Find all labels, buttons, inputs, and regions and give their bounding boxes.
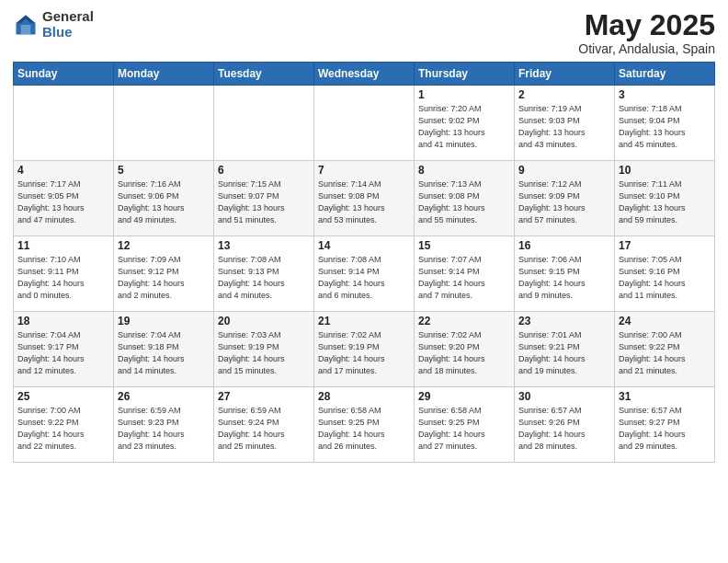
calendar-cell: 2Sunrise: 7:19 AM Sunset: 9:03 PM Daylig… — [515, 86, 615, 161]
day-number: 30 — [518, 390, 610, 403]
day-info: Sunrise: 7:20 AM Sunset: 9:02 PM Dayligh… — [418, 103, 510, 151]
logo-blue: Blue — [42, 25, 94, 40]
day-info: Sunrise: 7:10 AM Sunset: 9:11 PM Dayligh… — [17, 254, 109, 302]
day-info: Sunrise: 6:58 AM Sunset: 9:25 PM Dayligh… — [318, 405, 410, 453]
day-info: Sunrise: 7:04 AM Sunset: 9:17 PM Dayligh… — [17, 329, 109, 377]
day-info: Sunrise: 7:15 AM Sunset: 9:07 PM Dayligh… — [218, 178, 310, 226]
logo-icon — [13, 12, 39, 38]
day-info: Sunrise: 6:59 AM Sunset: 9:24 PM Dayligh… — [218, 405, 310, 453]
svg-rect-2 — [21, 25, 31, 35]
day-info: Sunrise: 7:19 AM Sunset: 9:03 PM Dayligh… — [518, 103, 610, 151]
day-number: 7 — [318, 164, 410, 177]
calendar-cell: 27Sunrise: 6:59 AM Sunset: 9:24 PM Dayli… — [214, 387, 314, 463]
day-info: Sunrise: 7:01 AM Sunset: 9:21 PM Dayligh… — [518, 329, 610, 377]
calendar-week-4: 18Sunrise: 7:04 AM Sunset: 9:17 PM Dayli… — [14, 312, 715, 387]
logo: General Blue — [13, 9, 94, 40]
day-info: Sunrise: 7:14 AM Sunset: 9:08 PM Dayligh… — [318, 178, 410, 226]
col-saturday: Saturday — [615, 63, 715, 86]
calendar-cell: 18Sunrise: 7:04 AM Sunset: 9:17 PM Dayli… — [14, 312, 114, 387]
calendar-cell: 15Sunrise: 7:07 AM Sunset: 9:14 PM Dayli… — [415, 236, 515, 312]
day-info: Sunrise: 6:58 AM Sunset: 9:25 PM Dayligh… — [418, 405, 510, 453]
calendar-cell: 12Sunrise: 7:09 AM Sunset: 9:12 PM Dayli… — [114, 236, 214, 312]
day-number: 28 — [318, 390, 410, 403]
day-number: 19 — [118, 315, 210, 327]
day-info: Sunrise: 7:08 AM Sunset: 9:14 PM Dayligh… — [318, 254, 410, 302]
calendar-week-2: 4Sunrise: 7:17 AM Sunset: 9:05 PM Daylig… — [14, 161, 715, 236]
calendar-cell: 9Sunrise: 7:12 AM Sunset: 9:09 PM Daylig… — [515, 161, 615, 236]
day-info: Sunrise: 7:00 AM Sunset: 9:22 PM Dayligh… — [619, 329, 711, 377]
day-number: 14 — [318, 239, 410, 252]
day-info: Sunrise: 7:16 AM Sunset: 9:06 PM Dayligh… — [118, 178, 210, 226]
col-wednesday: Wednesday — [314, 63, 415, 86]
day-info: Sunrise: 6:57 AM Sunset: 9:26 PM Dayligh… — [518, 405, 610, 453]
day-number: 12 — [118, 239, 210, 252]
day-number: 18 — [17, 315, 109, 327]
day-info: Sunrise: 7:05 AM Sunset: 9:16 PM Dayligh… — [619, 254, 711, 302]
calendar-cell: 26Sunrise: 6:59 AM Sunset: 9:23 PM Dayli… — [114, 387, 214, 463]
day-number: 27 — [218, 390, 310, 403]
calendar-cell: 30Sunrise: 6:57 AM Sunset: 9:26 PM Dayli… — [515, 387, 615, 463]
logo-text: General Blue — [42, 9, 94, 40]
calendar-cell: 10Sunrise: 7:11 AM Sunset: 9:10 PM Dayli… — [615, 161, 715, 236]
calendar-cell: 28Sunrise: 6:58 AM Sunset: 9:25 PM Dayli… — [314, 387, 415, 463]
day-number: 17 — [619, 239, 711, 252]
calendar-cell: 14Sunrise: 7:08 AM Sunset: 9:14 PM Dayli… — [314, 236, 415, 312]
calendar-week-3: 11Sunrise: 7:10 AM Sunset: 9:11 PM Dayli… — [14, 236, 715, 312]
header: General Blue May 2025 Otivar, Andalusia,… — [13, 9, 715, 56]
calendar-cell: 23Sunrise: 7:01 AM Sunset: 9:21 PM Dayli… — [515, 312, 615, 387]
logo-general: General — [42, 9, 94, 25]
day-info: Sunrise: 7:00 AM Sunset: 9:22 PM Dayligh… — [17, 405, 109, 453]
day-number: 5 — [118, 164, 210, 177]
calendar-cell: 24Sunrise: 7:00 AM Sunset: 9:22 PM Dayli… — [615, 312, 715, 387]
day-info: Sunrise: 7:03 AM Sunset: 9:19 PM Dayligh… — [218, 329, 310, 377]
day-number: 4 — [17, 164, 109, 177]
calendar-cell: 5Sunrise: 7:16 AM Sunset: 9:06 PM Daylig… — [114, 161, 214, 236]
calendar-week-1: 1Sunrise: 7:20 AM Sunset: 9:02 PM Daylig… — [14, 86, 715, 161]
calendar-cell: 16Sunrise: 7:06 AM Sunset: 9:15 PM Dayli… — [515, 236, 615, 312]
day-number: 15 — [418, 239, 510, 252]
day-info: Sunrise: 7:02 AM Sunset: 9:20 PM Dayligh… — [418, 329, 510, 377]
calendar-cell: 13Sunrise: 7:08 AM Sunset: 9:13 PM Dayli… — [214, 236, 314, 312]
calendar-cell: 19Sunrise: 7:04 AM Sunset: 9:18 PM Dayli… — [114, 312, 214, 387]
day-info: Sunrise: 7:12 AM Sunset: 9:09 PM Dayligh… — [518, 178, 610, 226]
day-info: Sunrise: 7:02 AM Sunset: 9:19 PM Dayligh… — [318, 329, 410, 377]
day-info: Sunrise: 7:13 AM Sunset: 9:08 PM Dayligh… — [418, 178, 510, 226]
day-number: 21 — [318, 315, 410, 327]
day-number: 9 — [518, 164, 610, 177]
calendar-cell: 1Sunrise: 7:20 AM Sunset: 9:02 PM Daylig… — [415, 86, 515, 161]
calendar-cell — [14, 86, 114, 161]
day-number: 3 — [619, 88, 711, 101]
calendar-cell: 6Sunrise: 7:15 AM Sunset: 9:07 PM Daylig… — [214, 161, 314, 236]
title-block: May 2025 Otivar, Andalusia, Spain — [578, 9, 715, 56]
col-thursday: Thursday — [415, 63, 515, 86]
day-number: 26 — [118, 390, 210, 403]
col-sunday: Sunday — [14, 63, 114, 86]
title-month: May 2025 — [578, 9, 715, 41]
calendar-cell — [314, 86, 415, 161]
day-number: 16 — [518, 239, 610, 252]
calendar-cell: 21Sunrise: 7:02 AM Sunset: 9:19 PM Dayli… — [314, 312, 415, 387]
page: General Blue May 2025 Otivar, Andalusia,… — [0, 0, 728, 563]
calendar-week-5: 25Sunrise: 7:00 AM Sunset: 9:22 PM Dayli… — [14, 387, 715, 463]
calendar-cell: 17Sunrise: 7:05 AM Sunset: 9:16 PM Dayli… — [615, 236, 715, 312]
calendar-table: Sunday Monday Tuesday Wednesday Thursday… — [13, 62, 715, 463]
day-info: Sunrise: 6:59 AM Sunset: 9:23 PM Dayligh… — [118, 405, 210, 453]
calendar-cell — [214, 86, 314, 161]
day-info: Sunrise: 7:18 AM Sunset: 9:04 PM Dayligh… — [619, 103, 711, 151]
day-number: 20 — [218, 315, 310, 327]
day-number: 23 — [518, 315, 610, 327]
title-location: Otivar, Andalusia, Spain — [578, 41, 715, 56]
day-info: Sunrise: 7:04 AM Sunset: 9:18 PM Dayligh… — [118, 329, 210, 377]
day-number: 24 — [619, 315, 711, 327]
calendar-cell: 25Sunrise: 7:00 AM Sunset: 9:22 PM Dayli… — [14, 387, 114, 463]
day-info: Sunrise: 7:08 AM Sunset: 9:13 PM Dayligh… — [218, 254, 310, 302]
day-number: 22 — [418, 315, 510, 327]
day-info: Sunrise: 7:09 AM Sunset: 9:12 PM Dayligh… — [118, 254, 210, 302]
calendar-cell: 29Sunrise: 6:58 AM Sunset: 9:25 PM Dayli… — [415, 387, 515, 463]
day-info: Sunrise: 7:07 AM Sunset: 9:14 PM Dayligh… — [418, 254, 510, 302]
calendar-cell — [114, 86, 214, 161]
calendar-cell: 8Sunrise: 7:13 AM Sunset: 9:08 PM Daylig… — [415, 161, 515, 236]
calendar-cell: 7Sunrise: 7:14 AM Sunset: 9:08 PM Daylig… — [314, 161, 415, 236]
day-number: 11 — [17, 239, 109, 252]
calendar-cell: 4Sunrise: 7:17 AM Sunset: 9:05 PM Daylig… — [14, 161, 114, 236]
